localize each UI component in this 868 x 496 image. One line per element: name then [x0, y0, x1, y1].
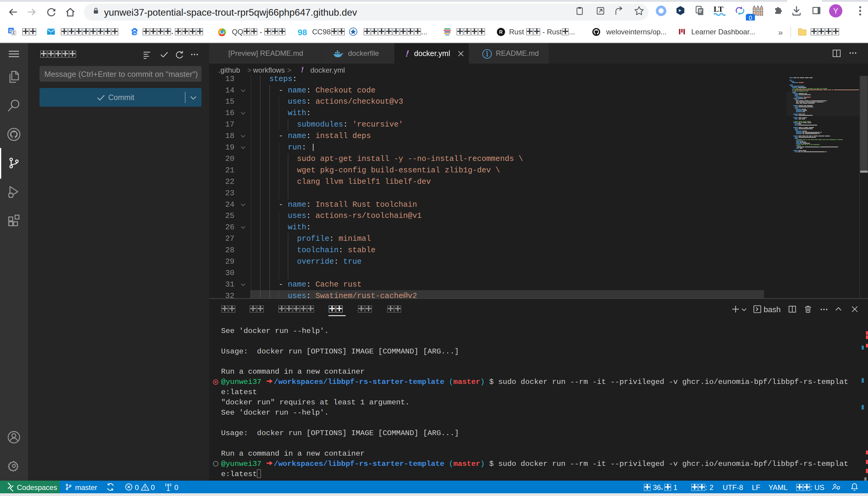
svg-text:LT: LT — [714, 5, 723, 14]
svg-text:98: 98 — [298, 28, 307, 37]
svg-text:du: du — [133, 32, 137, 35]
svg-text:R: R — [499, 30, 503, 35]
